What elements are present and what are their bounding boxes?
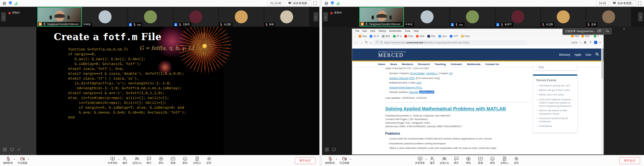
- share-screen-button[interactable]: 共享屏幕 ▴: [415, 156, 425, 165]
- chevron-up-icon[interactable]: ▴: [118, 158, 119, 160]
- collapse-up-icon[interactable]: ∧: [623, 27, 625, 30]
- event-link[interactable]: »MESA Lab in the News: [536, 93, 574, 96]
- link-front-matter[interactable]: Front Matter: [411, 72, 425, 75]
- link-solution-manual[interactable]: Solution Manual (PDF): [389, 77, 415, 80]
- whiteboard-icon[interactable]: [332, 148, 336, 151]
- invite-button[interactable]: 邀请: [120, 156, 129, 165]
- extension-puzzle-icon[interactable]: [584, 40, 587, 44]
- menu-edit[interactable]: Edit: [363, 29, 367, 32]
- nav-news[interactable]: News: [390, 63, 397, 66]
- bookmark-item[interactable]: Infor: [427, 35, 435, 38]
- participant-tile[interactable]: 牛学智: [83, 7, 127, 27]
- participant-tile[interactable]: lulu: [450, 7, 495, 27]
- chat-button[interactable]: 聊天: [452, 156, 461, 165]
- menu-hamburger-icon[interactable]: ≡: [599, 41, 601, 44]
- live-stream-button[interactable]: 直播: [476, 156, 485, 165]
- participant-tile-active-speaker[interactable]: YangQuanChen@UCMerced: [37, 7, 82, 27]
- bookmark-item[interactable]: Chan: [404, 35, 413, 38]
- filmstrip-next-button[interactable]: ›: [638, 12, 643, 21]
- participant-tile-active-speaker[interactable]: YangQuanChen@UCMerced: [359, 7, 404, 27]
- record-button[interactable]: 录制: [464, 156, 473, 165]
- link-chapter-1[interactable]: Chapter 1: [426, 72, 437, 75]
- filmstrip-collapse-button[interactable]: ‹: [1, 12, 6, 21]
- view-mode-button[interactable]: 演讲者视图 ▾: [286, 1, 311, 6]
- whiteboard-icon[interactable]: [10, 148, 14, 151]
- docs-button[interactable]: 文档(1): [192, 156, 201, 165]
- link-year[interactable]: 2015: [538, 65, 544, 69]
- meeting-info-icon[interactable]: !: [325, 2, 328, 5]
- docs-button[interactable]: 文档(1): [500, 156, 509, 165]
- back-icon[interactable]: ←: [355, 41, 358, 44]
- layout-grid-icon[interactable]: [325, 148, 329, 151]
- fullscreen-icon[interactable]: [638, 0, 641, 6]
- event-link[interactable]: »Publications: [536, 125, 574, 128]
- network-signal-icon[interactable]: [15, 2, 17, 5]
- participant-tile[interactable]: lulu: [128, 7, 173, 27]
- link-sample-syllabus[interactable]: Sample: [410, 91, 418, 94]
- forward-icon[interactable]: →: [360, 41, 363, 44]
- participant-tile[interactable]: 肖启阳: [219, 7, 264, 27]
- view-mode-button[interactable]: 演讲者视图 ▾: [611, 1, 636, 6]
- bookmark-item[interactable]: UC O: [370, 35, 379, 38]
- nav-teaching[interactable]: Teaching: [435, 63, 446, 66]
- chevron-up-icon[interactable]: ▴: [336, 158, 337, 160]
- nav-members[interactable]: Members: [402, 63, 413, 66]
- nav-contact[interactable]: Contact Us: [485, 63, 499, 66]
- settings-button[interactable]: 设置: [204, 156, 213, 165]
- record-button[interactable]: 录制: [156, 156, 165, 165]
- members-button[interactable]: 成员(14): [440, 156, 449, 165]
- participant-tile[interactable]: 肖启阳: [541, 7, 586, 27]
- meeting-info-icon[interactable]: !: [3, 2, 6, 5]
- home-icon[interactable]: ⌂: [370, 41, 372, 44]
- participant-tile[interactable]: 陈韬: [264, 7, 309, 27]
- return-arrow-icon[interactable]: [606, 29, 609, 33]
- participant-tile[interactable]: 牛学智: [405, 7, 449, 27]
- event-link[interactable]: »MESA LAB Robots & Ribs Symposium Series: [536, 109, 574, 116]
- browser-tab-active[interactable]: C: [592, 35, 601, 38]
- menu-view[interactable]: View: [370, 29, 375, 32]
- network-signal-icon[interactable]: [337, 2, 339, 5]
- encryption-shield-icon[interactable]: [8, 0, 12, 6]
- extension-icon-blue[interactable]: [594, 41, 597, 44]
- address-bar[interactable]: https://mechatronics.ucmerced.edu/Scient…: [374, 40, 527, 45]
- nav-multimedia[interactable]: Multimedia: [467, 63, 481, 66]
- invite-button[interactable]: 邀请: [428, 156, 437, 165]
- browser-tab[interactable]: New: [581, 35, 590, 38]
- menu-file[interactable]: File: [355, 29, 359, 32]
- link-apply[interactable]: Apply: [574, 53, 581, 56]
- layout-grid-icon[interactable]: [3, 148, 7, 151]
- bookmark-star-icon[interactable]: ☆: [579, 41, 582, 44]
- event-link[interactable]: »Fractional Calculus Day @ UCMerced: [536, 117, 574, 123]
- ucmerced-logo[interactable]: UNIVERSITY OF CALIFORNIA MERCED: [378, 51, 406, 58]
- leave-meeting-button[interactable]: 离开会议: [295, 157, 316, 164]
- bookmark-item[interactable]: 西瓜: [382, 35, 390, 38]
- scrollbar-thumb[interactable]: [602, 48, 603, 79]
- nav-research[interactable]: Research: [418, 63, 430, 66]
- unmute-button[interactable]: 解除静音 ▴: [3, 156, 13, 165]
- profile-icon[interactable]: [589, 40, 592, 44]
- nav-home[interactable]: Home: [378, 63, 385, 66]
- members-button[interactable]: 成员(14): [132, 156, 141, 165]
- menu-bookmarks[interactable]: Bookmarks: [389, 29, 402, 32]
- unmute-button[interactable]: 解除静音 ▴: [325, 156, 335, 165]
- menu-help[interactable]: Help: [414, 29, 419, 32]
- fullscreen-icon[interactable]: [313, 0, 317, 6]
- page-scrollbar[interactable]: [601, 46, 603, 154]
- bookmark-item[interactable]: weib: [416, 35, 424, 38]
- chevron-left-icon[interactable]: ‹: [355, 35, 356, 38]
- bookmark-item[interactable]: Noje: [359, 35, 367, 38]
- zoom-level[interactable]: 110%: [571, 41, 578, 44]
- leave-meeting-button[interactable]: 离开会议: [619, 157, 640, 164]
- chevron-up-icon[interactable]: ▴: [28, 158, 29, 160]
- menu-tools[interactable]: Tools: [405, 29, 411, 32]
- link-directory[interactable]: Directory: [559, 53, 570, 56]
- share-screen-button[interactable]: 共享屏幕 ▴: [108, 156, 117, 165]
- event-link[interactable]: »Interested in joining the Lab?: [536, 84, 574, 87]
- reload-icon[interactable]: ↻: [365, 41, 368, 44]
- search-icon[interactable]: [595, 52, 599, 57]
- chevron-up-icon[interactable]: ▴: [426, 158, 427, 160]
- lock-icon[interactable]: [380, 40, 383, 44]
- book-title-link[interactable]: Solving Applied Mathematical Problems wi…: [385, 106, 530, 111]
- nav-outreach[interactable]: Outreach: [451, 63, 462, 66]
- live-stream-button[interactable]: 直播: [168, 156, 177, 165]
